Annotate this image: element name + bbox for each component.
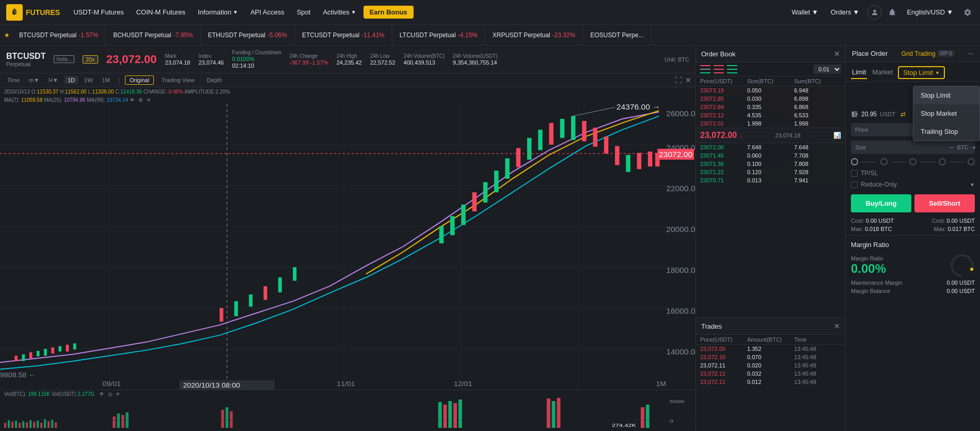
close-chart-icon[interactable]: ✕ bbox=[685, 76, 691, 84]
nav-spot[interactable]: Spot bbox=[292, 5, 316, 19]
trade-row: 23,072.10 0.070 13:45:48 bbox=[696, 353, 845, 361]
ob-chart-icon[interactable]: 📊 bbox=[833, 132, 841, 139]
ob-sell-icon[interactable] bbox=[714, 65, 724, 73]
settings-icon[interactable] bbox=[961, 6, 974, 19]
vol-close-icon[interactable]: ✕ bbox=[116, 391, 120, 397]
ob-ask-row[interactable]: 23072.84 0.335 6.868 bbox=[696, 103, 845, 111]
ticker-btcusdt[interactable]: BTCUSDT Perpetual -1.57% bbox=[12, 25, 106, 45]
vol-eye-icon[interactable]: 👁 bbox=[99, 391, 104, 397]
chart-tab-1m[interactable]: 1M bbox=[99, 76, 113, 84]
nav-information[interactable]: Information ▼ bbox=[193, 5, 243, 19]
size-slider[interactable] bbox=[851, 158, 975, 165]
order-tab-stop-limit[interactable]: Stop Limit ▼ bbox=[898, 66, 945, 79]
order-book-close-icon[interactable]: ✕ bbox=[834, 50, 840, 58]
ob-decimals-select[interactable]: 0.01 0.1 1 bbox=[813, 65, 841, 74]
user-icon[interactable] bbox=[867, 5, 882, 20]
chart-view-original[interactable]: Original bbox=[125, 75, 154, 85]
slider-dot-25[interactable] bbox=[880, 158, 888, 165]
nav-usdt-futures[interactable]: USDT-M Futures bbox=[68, 5, 129, 19]
favorites-icon[interactable]: ★ bbox=[4, 32, 10, 39]
transfer-icon[interactable]: ⇄ bbox=[900, 111, 906, 118]
ob-ask-row[interactable]: 23073.19 0.050 6.948 bbox=[696, 86, 845, 95]
svg-text:0: 0 bbox=[670, 419, 673, 424]
nav-orders[interactable]: Orders ▼ bbox=[827, 6, 864, 18]
ticker-eosusdt[interactable]: EOSUSDT Perpe... bbox=[583, 25, 651, 45]
chart-tab-m[interactable]: m▼ bbox=[26, 76, 42, 84]
buy-long-button[interactable]: Buy/Long bbox=[851, 194, 911, 212]
ticker-xrpusdt[interactable]: XRPUSDT Perpetual -23.32% bbox=[485, 25, 583, 45]
size-decrease-icon[interactable]: − bbox=[947, 143, 955, 151]
grid-trading-link[interactable]: Grid Trading VIP 0 bbox=[902, 50, 954, 57]
nav-wallet[interactable]: Wallet ▼ bbox=[787, 6, 823, 18]
trades-close-icon[interactable]: ✕ bbox=[834, 322, 840, 330]
ob-bid-row[interactable]: 23070.71 0.013 7.941 bbox=[696, 176, 845, 184]
ticker-bchusdt[interactable]: BCHUSDT Perpetual -7.95% bbox=[106, 25, 201, 45]
eye-icon[interactable]: 👁 bbox=[130, 97, 135, 103]
vol-circle-icon[interactable]: ◎ bbox=[108, 391, 113, 397]
more-options-icon[interactable]: ⋯ bbox=[968, 50, 974, 57]
slider-dot-100[interactable] bbox=[968, 158, 975, 165]
reduce-only-label[interactable]: Reduce-Only bbox=[861, 181, 897, 188]
size-increase-icon[interactable]: + bbox=[971, 143, 978, 151]
dropdown-stop-market[interactable]: Stop Market bbox=[913, 104, 979, 122]
nav-information-arrow: ▼ bbox=[233, 9, 238, 15]
tpsl-label[interactable]: TP/SL bbox=[861, 170, 878, 177]
svg-rect-43 bbox=[472, 192, 477, 211]
top-nav: FUTURES USDT-M Futures COIN-M Futures In… bbox=[0, 0, 980, 25]
ticker-ltcusdt[interactable]: LTCUSDT Perpetual -4.15% bbox=[392, 25, 485, 45]
sell-short-button[interactable]: Sell/Short bbox=[914, 194, 975, 212]
order-tab-limit[interactable]: Limit bbox=[851, 66, 867, 79]
logo[interactable]: FUTURES bbox=[6, 4, 60, 21]
symbol-sub: Perpetual bbox=[6, 61, 45, 67]
margin-ratio-row: Margin Ratio 0.00% bbox=[851, 253, 975, 279]
ob-bid-row[interactable]: 23072.00 7.648 7.648 bbox=[696, 143, 845, 151]
ob-ask-row[interactable]: 23072.12 4.535 6.533 bbox=[696, 111, 845, 119]
svg-rect-40 bbox=[439, 226, 444, 243]
chart-tab-h[interactable]: H▼ bbox=[45, 76, 61, 84]
tpsl-checkbox[interactable] bbox=[851, 170, 858, 177]
nav-api-access[interactable]: API Access bbox=[245, 5, 290, 19]
dropdown-stop-limit[interactable]: Stop Limit bbox=[913, 86, 979, 104]
nav-activities[interactable]: Activities ▼ bbox=[318, 5, 361, 19]
settings-small-icon[interactable]: ⚙ bbox=[138, 97, 143, 103]
expand-chart-icon[interactable]: ⛶ bbox=[675, 76, 682, 84]
nav-orders-arrow: ▼ bbox=[853, 8, 860, 16]
reduce-only-expand-icon[interactable]: ▼ bbox=[970, 182, 975, 188]
chart-tab-time[interactable]: Time bbox=[4, 76, 23, 84]
chart-actions: ⛶ ✕ bbox=[675, 76, 691, 84]
earn-bonus-button[interactable]: Earn Bonus bbox=[363, 6, 414, 19]
notifications-icon[interactable] bbox=[886, 6, 898, 19]
dropdown-trailing-stop[interactable]: Trailing Stop bbox=[913, 122, 979, 141]
chart-tab-1w[interactable]: 1W bbox=[81, 76, 96, 84]
ob-controls: 0.01 0.1 1 bbox=[696, 63, 845, 76]
volume-bar-area: Vol(BTC): 199.115K Vol(USDT) 2.277G 👁 ◎ … bbox=[0, 390, 696, 431]
ob-both-icon[interactable] bbox=[700, 65, 710, 73]
cost-row: Cost: 0.00 USDT Cost: 0.00 USDT bbox=[846, 217, 980, 225]
chart-tab-1d[interactable]: 1D bbox=[65, 76, 78, 84]
leverage-badge[interactable]: 20x bbox=[83, 55, 98, 64]
ob-bid-row[interactable]: 23071.36 0.100 7.808 bbox=[696, 160, 845, 168]
ob-ask-row[interactable]: 23072.85 0.030 6.898 bbox=[696, 95, 845, 103]
slider-dot-0[interactable] bbox=[851, 158, 858, 165]
ob-buy-icon[interactable] bbox=[727, 65, 737, 73]
ob-bid-row[interactable]: 23071.45 0.060 7.708 bbox=[696, 151, 845, 160]
ob-ask-row[interactable]: 23072.01 1.998 1.998 bbox=[696, 119, 845, 128]
ticker-ethusdt[interactable]: ETHUSDT Perpetual -5.06% bbox=[201, 25, 295, 45]
ob-bid-row[interactable]: 23071.22 0.120 7.928 bbox=[696, 168, 845, 176]
chart-toolbar: Time m▼ H▼ 1D 1W 1M | Original Trading V… bbox=[0, 73, 696, 87]
nav-coin-futures[interactable]: COIN-M Futures bbox=[131, 5, 191, 19]
close-ma-icon[interactable]: ✕ bbox=[147, 97, 151, 103]
slider-dot-75[interactable] bbox=[939, 158, 946, 165]
chart-view-tradingview[interactable]: Trading View bbox=[157, 75, 199, 85]
ticker-etcusdt[interactable]: ETCUSDT Perpetual -11.41% bbox=[295, 25, 392, 45]
svg-text:23072.00: 23072.00 bbox=[659, 150, 692, 158]
chart-view-depth[interactable]: Depth bbox=[202, 75, 226, 85]
nav-language[interactable]: English/USD ▼ bbox=[903, 6, 957, 18]
reduce-only-checkbox[interactable] bbox=[851, 181, 858, 188]
isolated-badge[interactable]: Isola... bbox=[54, 55, 74, 63]
slider-dot-50[interactable] bbox=[909, 158, 916, 165]
order-tab-market[interactable]: Market bbox=[871, 66, 894, 79]
size-input[interactable] bbox=[868, 144, 945, 151]
size-input-group[interactable]: Size − BTC + bbox=[851, 141, 975, 154]
svg-text:20000.00: 20000.00 bbox=[666, 225, 696, 233]
